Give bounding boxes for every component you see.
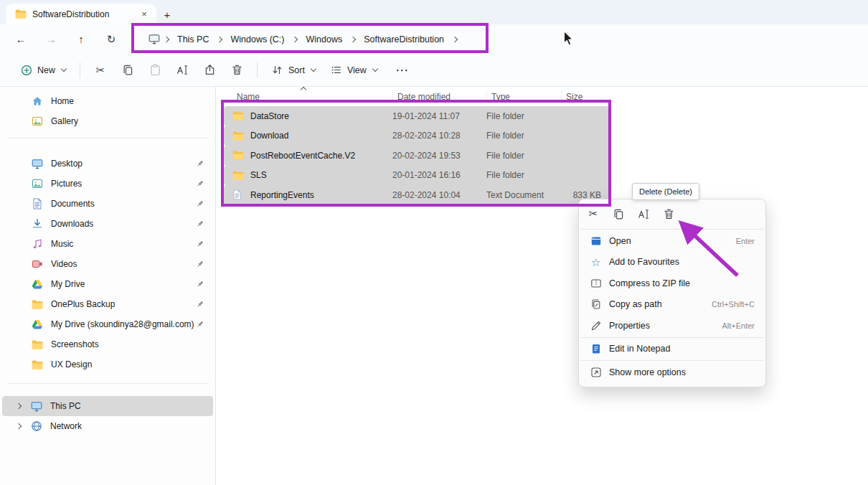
file-date: 28-02-2024 10:04 <box>392 190 486 200</box>
cut-button[interactable]: ✂ <box>87 58 114 83</box>
share-button[interactable] <box>196 58 223 83</box>
rename-button[interactable] <box>169 58 196 83</box>
column-header-label: Name <box>237 92 260 102</box>
back-button[interactable]: ← <box>9 29 33 50</box>
column-header-size[interactable]: Size <box>561 90 611 103</box>
refresh-button[interactable]: ↻ <box>99 29 123 50</box>
column-header-name[interactable]: Name <box>224 90 392 103</box>
sidebar-item-pictures[interactable]: Pictures <box>2 174 213 194</box>
sidebar-item-home[interactable]: Home <box>2 91 213 111</box>
copy-button[interactable] <box>114 58 141 83</box>
table-row-sls[interactable]: SLS 20-01-2024 16:16 File folder <box>224 166 611 186</box>
sidebar-item-documents[interactable]: Documents <box>2 194 213 214</box>
menu-item-label: Open <box>609 236 631 246</box>
file-name: DataStore <box>250 111 289 121</box>
google-drive-icon <box>31 279 43 289</box>
sidebar-item-downloads[interactable]: Downloads <box>2 214 213 234</box>
menu-item-show-more-options[interactable]: Show more options <box>581 362 763 383</box>
expand-chevron-icon[interactable] <box>16 403 22 409</box>
sidebar-item-my-drive[interactable]: My Drive <box>2 274 213 294</box>
menu-item-compress-to-zip[interactable]: Compress to ZIP file <box>581 273 763 294</box>
pin-icon <box>196 220 204 230</box>
sidebar-item-label: This PC <box>50 401 81 411</box>
table-row-datastore[interactable]: DataStore 19-01-2024 11:07 File folder <box>224 106 611 126</box>
column-headers: Name Date modified Type Size <box>224 89 611 104</box>
paste-button[interactable] <box>141 58 169 83</box>
sort-button[interactable]: Sort <box>264 58 323 83</box>
table-row-reportingevents[interactable]: ReportingEvents 28-02-2024 10:04 Text Do… <box>224 185 611 205</box>
column-header-type[interactable]: Type <box>486 90 561 103</box>
delete-tooltip: Delete (Delete) <box>632 183 699 200</box>
context-menu: ✂ Open Enter ☆ Add to Favourites Compres… <box>578 199 766 387</box>
menu-item-label: Add to Favourites <box>609 257 679 267</box>
breadcrumb-windows-c[interactable]: Windows (C:) <box>226 32 288 47</box>
sidebar-item-label: Desktop <box>51 159 82 169</box>
chevron-down-icon <box>311 66 316 72</box>
sidebar-item-label: Screenshots <box>51 339 99 349</box>
delete-icon[interactable] <box>659 204 679 224</box>
sidebar-item-this-pc[interactable]: This PC <box>2 396 213 416</box>
sidebar-item-desktop[interactable]: Desktop <box>2 154 213 174</box>
pictures-icon <box>31 178 43 189</box>
breadcrumb-separator-icon <box>217 36 222 42</box>
file-date: 28-02-2024 10:28 <box>392 131 486 141</box>
toolbar-divider <box>80 62 80 78</box>
sidebar-item-screenshots[interactable]: Screenshots <box>2 334 213 354</box>
menu-divider <box>580 229 764 230</box>
delete-button[interactable] <box>223 58 250 83</box>
sidebar-item-label: Home <box>51 96 74 106</box>
sidebar-item-ux-design[interactable]: UX Design <box>2 354 213 375</box>
file-date: 19-01-2024 11:07 <box>392 111 486 121</box>
sidebar-item-label: My Drive <box>51 279 85 289</box>
pin-icon <box>196 199 204 210</box>
menu-item-properties[interactable]: Properties Alt+Enter <box>581 315 763 336</box>
breadcrumb-softwaredistribution[interactable]: SoftwareDistribution <box>359 32 448 47</box>
downloads-icon <box>31 218 43 230</box>
breadcrumb-windows[interactable]: Windows <box>301 32 346 47</box>
explorer-tab[interactable]: SoftwareDistribution × <box>6 4 156 24</box>
view-button[interactable]: View <box>323 58 385 83</box>
breadcrumb-dropdown-icon[interactable] <box>452 36 458 42</box>
expand-chevron-icon[interactable] <box>16 423 22 429</box>
rename-icon[interactable] <box>633 204 654 224</box>
menu-item-add-to-favourites[interactable]: ☆ Add to Favourites <box>581 252 763 273</box>
gallery-icon <box>31 116 43 127</box>
table-row-download[interactable]: Download 28-02-2024 10:28 File folder <box>224 126 611 146</box>
menu-item-label: Edit in Notepad <box>609 344 670 354</box>
table-row-postrebooteventcache[interactable]: PostRebootEventCache.V2 20-02-2024 19:53… <box>224 146 611 166</box>
forward-button[interactable]: → <box>39 29 63 50</box>
menu-item-copy-as-path[interactable]: Copy as path Ctrl+Shift+C <box>581 294 763 316</box>
folder-icon <box>31 360 43 369</box>
cut-icon[interactable]: ✂ <box>583 204 603 224</box>
folder-icon <box>232 171 244 180</box>
menu-item-open[interactable]: Open Enter <box>581 230 763 252</box>
breadcrumb-separator-icon <box>292 36 298 42</box>
file-type: File folder <box>486 131 561 141</box>
new-button[interactable]: New <box>13 58 73 83</box>
column-header-label: Type <box>491 92 510 102</box>
sidebar-item-music[interactable]: Music <box>2 234 213 254</box>
column-header-date-modified[interactable]: Date modified <box>392 90 486 103</box>
videos-icon <box>31 258 43 270</box>
menu-item-label: Show more options <box>609 367 686 377</box>
copy-icon[interactable] <box>608 204 628 224</box>
more-options-button[interactable]: ⋯ <box>389 58 416 83</box>
sidebar-item-oneplus-backup[interactable]: OnePlus Backup <box>2 294 213 314</box>
file-type: File folder <box>486 170 561 180</box>
sidebar-item-videos[interactable]: Videos <box>2 254 213 274</box>
sidebar-item-my-drive-account[interactable]: My Drive (skoundinya28@gmail.com) <box>2 314 213 334</box>
file-type: File folder <box>486 111 561 121</box>
sidebar-item-network[interactable]: Network <box>2 416 213 436</box>
star-icon: ☆ <box>590 257 602 268</box>
up-button[interactable]: ↑ <box>69 29 93 50</box>
new-tab-button[interactable]: + <box>156 4 178 24</box>
breadcrumb-this-pc[interactable]: This PC <box>173 32 213 47</box>
sidebar-item-label: Pictures <box>51 179 82 189</box>
tab-close-icon[interactable]: × <box>138 8 151 21</box>
sidebar-item-gallery[interactable]: Gallery <box>2 111 213 131</box>
file-name: ReportingEvents <box>250 190 314 200</box>
folder-icon <box>31 340 43 349</box>
menu-item-edit-in-notepad[interactable]: Edit in Notepad <box>581 339 763 360</box>
file-name: SLS <box>250 170 267 180</box>
text-document-icon <box>232 189 244 200</box>
